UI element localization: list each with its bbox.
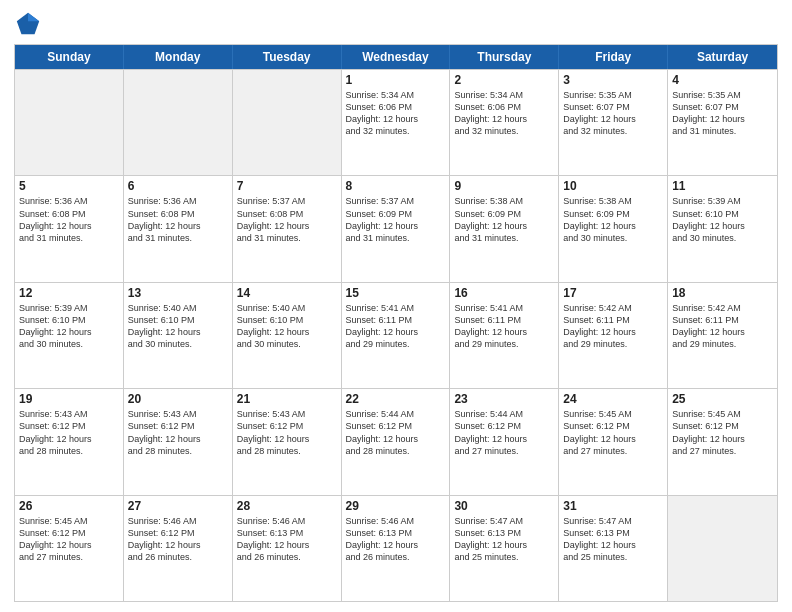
calendar-cell: 7Sunrise: 5:37 AM Sunset: 6:08 PM Daylig… (233, 176, 342, 281)
calendar-cell: 16Sunrise: 5:41 AM Sunset: 6:11 PM Dayli… (450, 283, 559, 388)
cell-info: Sunrise: 5:34 AM Sunset: 6:06 PM Dayligh… (346, 89, 446, 138)
cell-info: Sunrise: 5:35 AM Sunset: 6:07 PM Dayligh… (672, 89, 773, 138)
calendar-cell: 6Sunrise: 5:36 AM Sunset: 6:08 PM Daylig… (124, 176, 233, 281)
day-number: 17 (563, 286, 663, 300)
calendar-cell: 31Sunrise: 5:47 AM Sunset: 6:13 PM Dayli… (559, 496, 668, 601)
calendar-week-row: 26Sunrise: 5:45 AM Sunset: 6:12 PM Dayli… (15, 495, 777, 601)
cell-info: Sunrise: 5:46 AM Sunset: 6:13 PM Dayligh… (346, 515, 446, 564)
cell-info: Sunrise: 5:47 AM Sunset: 6:13 PM Dayligh… (454, 515, 554, 564)
calendar-cell: 17Sunrise: 5:42 AM Sunset: 6:11 PM Dayli… (559, 283, 668, 388)
cell-info: Sunrise: 5:37 AM Sunset: 6:08 PM Dayligh… (237, 195, 337, 244)
day-number: 25 (672, 392, 773, 406)
calendar-header-cell: Monday (124, 45, 233, 69)
calendar-cell (233, 70, 342, 175)
cell-info: Sunrise: 5:43 AM Sunset: 6:12 PM Dayligh… (237, 408, 337, 457)
calendar-cell (124, 70, 233, 175)
day-number: 5 (19, 179, 119, 193)
calendar-cell (668, 496, 777, 601)
cell-info: Sunrise: 5:45 AM Sunset: 6:12 PM Dayligh… (672, 408, 773, 457)
calendar: SundayMondayTuesdayWednesdayThursdayFrid… (14, 44, 778, 602)
cell-info: Sunrise: 5:37 AM Sunset: 6:09 PM Dayligh… (346, 195, 446, 244)
day-number: 10 (563, 179, 663, 193)
calendar-cell: 15Sunrise: 5:41 AM Sunset: 6:11 PM Dayli… (342, 283, 451, 388)
cell-info: Sunrise: 5:46 AM Sunset: 6:13 PM Dayligh… (237, 515, 337, 564)
cell-info: Sunrise: 5:38 AM Sunset: 6:09 PM Dayligh… (454, 195, 554, 244)
day-number: 21 (237, 392, 337, 406)
calendar-header-cell: Wednesday (342, 45, 451, 69)
cell-info: Sunrise: 5:38 AM Sunset: 6:09 PM Dayligh… (563, 195, 663, 244)
cell-info: Sunrise: 5:43 AM Sunset: 6:12 PM Dayligh… (128, 408, 228, 457)
calendar-cell: 29Sunrise: 5:46 AM Sunset: 6:13 PM Dayli… (342, 496, 451, 601)
calendar-cell: 2Sunrise: 5:34 AM Sunset: 6:06 PM Daylig… (450, 70, 559, 175)
cell-info: Sunrise: 5:40 AM Sunset: 6:10 PM Dayligh… (237, 302, 337, 351)
logo (14, 10, 46, 38)
calendar-cell: 27Sunrise: 5:46 AM Sunset: 6:12 PM Dayli… (124, 496, 233, 601)
calendar-week-row: 19Sunrise: 5:43 AM Sunset: 6:12 PM Dayli… (15, 388, 777, 494)
day-number: 11 (672, 179, 773, 193)
day-number: 22 (346, 392, 446, 406)
calendar-cell: 18Sunrise: 5:42 AM Sunset: 6:11 PM Dayli… (668, 283, 777, 388)
cell-info: Sunrise: 5:39 AM Sunset: 6:10 PM Dayligh… (19, 302, 119, 351)
day-number: 14 (237, 286, 337, 300)
day-number: 18 (672, 286, 773, 300)
cell-info: Sunrise: 5:41 AM Sunset: 6:11 PM Dayligh… (346, 302, 446, 351)
cell-info: Sunrise: 5:43 AM Sunset: 6:12 PM Dayligh… (19, 408, 119, 457)
day-number: 7 (237, 179, 337, 193)
day-number: 31 (563, 499, 663, 513)
calendar-cell: 4Sunrise: 5:35 AM Sunset: 6:07 PM Daylig… (668, 70, 777, 175)
day-number: 24 (563, 392, 663, 406)
calendar-cell: 5Sunrise: 5:36 AM Sunset: 6:08 PM Daylig… (15, 176, 124, 281)
calendar-cell: 11Sunrise: 5:39 AM Sunset: 6:10 PM Dayli… (668, 176, 777, 281)
svg-marker-1 (28, 13, 39, 21)
calendar-cell: 23Sunrise: 5:44 AM Sunset: 6:12 PM Dayli… (450, 389, 559, 494)
calendar-cell: 24Sunrise: 5:45 AM Sunset: 6:12 PM Dayli… (559, 389, 668, 494)
day-number: 4 (672, 73, 773, 87)
day-number: 19 (19, 392, 119, 406)
calendar-cell: 30Sunrise: 5:47 AM Sunset: 6:13 PM Dayli… (450, 496, 559, 601)
cell-info: Sunrise: 5:36 AM Sunset: 6:08 PM Dayligh… (128, 195, 228, 244)
cell-info: Sunrise: 5:36 AM Sunset: 6:08 PM Dayligh… (19, 195, 119, 244)
day-number: 20 (128, 392, 228, 406)
cell-info: Sunrise: 5:42 AM Sunset: 6:11 PM Dayligh… (563, 302, 663, 351)
calendar-cell: 20Sunrise: 5:43 AM Sunset: 6:12 PM Dayli… (124, 389, 233, 494)
calendar-cell: 9Sunrise: 5:38 AM Sunset: 6:09 PM Daylig… (450, 176, 559, 281)
day-number: 29 (346, 499, 446, 513)
calendar-week-row: 12Sunrise: 5:39 AM Sunset: 6:10 PM Dayli… (15, 282, 777, 388)
cell-info: Sunrise: 5:39 AM Sunset: 6:10 PM Dayligh… (672, 195, 773, 244)
calendar-cell: 13Sunrise: 5:40 AM Sunset: 6:10 PM Dayli… (124, 283, 233, 388)
day-number: 3 (563, 73, 663, 87)
day-number: 6 (128, 179, 228, 193)
day-number: 1 (346, 73, 446, 87)
calendar-cell (15, 70, 124, 175)
calendar-header-cell: Tuesday (233, 45, 342, 69)
calendar-header-cell: Thursday (450, 45, 559, 69)
calendar-cell: 28Sunrise: 5:46 AM Sunset: 6:13 PM Dayli… (233, 496, 342, 601)
cell-info: Sunrise: 5:34 AM Sunset: 6:06 PM Dayligh… (454, 89, 554, 138)
calendar-cell: 3Sunrise: 5:35 AM Sunset: 6:07 PM Daylig… (559, 70, 668, 175)
calendar-cell: 10Sunrise: 5:38 AM Sunset: 6:09 PM Dayli… (559, 176, 668, 281)
day-number: 2 (454, 73, 554, 87)
day-number: 12 (19, 286, 119, 300)
calendar-cell: 21Sunrise: 5:43 AM Sunset: 6:12 PM Dayli… (233, 389, 342, 494)
cell-info: Sunrise: 5:41 AM Sunset: 6:11 PM Dayligh… (454, 302, 554, 351)
logo-icon (14, 10, 42, 38)
calendar-cell: 19Sunrise: 5:43 AM Sunset: 6:12 PM Dayli… (15, 389, 124, 494)
calendar-header-cell: Saturday (668, 45, 777, 69)
calendar-cell: 22Sunrise: 5:44 AM Sunset: 6:12 PM Dayli… (342, 389, 451, 494)
calendar-cell: 1Sunrise: 5:34 AM Sunset: 6:06 PM Daylig… (342, 70, 451, 175)
cell-info: Sunrise: 5:46 AM Sunset: 6:12 PM Dayligh… (128, 515, 228, 564)
cell-info: Sunrise: 5:45 AM Sunset: 6:12 PM Dayligh… (19, 515, 119, 564)
cell-info: Sunrise: 5:44 AM Sunset: 6:12 PM Dayligh… (454, 408, 554, 457)
cell-info: Sunrise: 5:47 AM Sunset: 6:13 PM Dayligh… (563, 515, 663, 564)
calendar-cell: 8Sunrise: 5:37 AM Sunset: 6:09 PM Daylig… (342, 176, 451, 281)
cell-info: Sunrise: 5:35 AM Sunset: 6:07 PM Dayligh… (563, 89, 663, 138)
day-number: 13 (128, 286, 228, 300)
day-number: 8 (346, 179, 446, 193)
cell-info: Sunrise: 5:42 AM Sunset: 6:11 PM Dayligh… (672, 302, 773, 351)
calendar-header-cell: Sunday (15, 45, 124, 69)
cell-info: Sunrise: 5:40 AM Sunset: 6:10 PM Dayligh… (128, 302, 228, 351)
day-number: 16 (454, 286, 554, 300)
day-number: 15 (346, 286, 446, 300)
calendar-header-cell: Friday (559, 45, 668, 69)
day-number: 28 (237, 499, 337, 513)
